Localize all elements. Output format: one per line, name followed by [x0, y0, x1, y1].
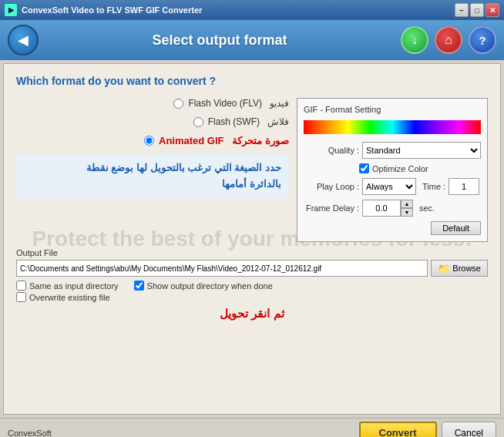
default-btn-row: Default [304, 221, 481, 235]
quality-select[interactable]: Standard High Low [362, 142, 481, 159]
same-dir-label: Same as input directory [29, 281, 119, 291]
back-button[interactable]: ◀ [8, 25, 39, 55]
two-column-layout: فيديو Flash Video (FLV) فلاش Flash (SWF)… [16, 98, 488, 242]
header-title: Select output format [39, 32, 401, 49]
show-dir-checkbox[interactable] [134, 281, 144, 291]
radio-item-flv: فيديو Flash Video (FLV) [16, 98, 289, 109]
same-dir-item: Same as input directory [16, 281, 119, 291]
quality-label: Quality : [304, 146, 359, 155]
same-dir-checkbox[interactable] [16, 281, 26, 291]
bottom-bar: ConvexSoft Convert Cancel [0, 418, 504, 437]
optimize-color-checkbox[interactable] [359, 163, 369, 173]
convert-button[interactable]: Convert [359, 422, 437, 437]
checkboxes-row: Same as input directory Show output dire… [16, 281, 488, 291]
output-label: Output File [16, 248, 488, 257]
instruction-line2: بالدائرة أمامها [24, 176, 281, 193]
instruction-box: حدد الصيغة التي ترغب بالتحويل لها بوضع ن… [16, 154, 289, 199]
output-path-input[interactable] [16, 260, 428, 277]
title-bar: ▶ ConvexSoft Video to FLV SWF GIF Conver… [0, 0, 504, 20]
optimize-color-row: Optimize Color [359, 163, 481, 173]
output-section: Output File 📁 Browse Same as input direc… [16, 248, 488, 321]
brand-label: ConvexSoft [8, 429, 359, 438]
flv-radio[interactable] [173, 99, 183, 109]
flv-label: فيديو Flash Video (FLV) [188, 98, 289, 109]
cancel-button[interactable]: Cancel [442, 422, 496, 437]
action-buttons: Convert Cancel [359, 422, 496, 437]
frame-delay-row: Frame Delay : ▲ ▼ sec. [304, 200, 481, 217]
optimize-color-label: Optimize Color [372, 164, 428, 173]
default-button[interactable]: Default [431, 221, 481, 235]
color-sample-bar [304, 120, 481, 134]
output-row: 📁 Browse [16, 260, 488, 277]
frame-delay-label: Frame Delay : [304, 203, 359, 213]
swf-radio[interactable] [193, 117, 203, 127]
time-label: Time : [422, 182, 445, 191]
radio-item-gif: صورة متحركة Animated GIF [16, 135, 289, 146]
header-icons: ↓ ⌂ ? [401, 26, 496, 54]
play-loop-select[interactable]: Always Once Never [362, 178, 416, 195]
main-content: Protect the best of your memories for le… [3, 63, 501, 415]
instruction-line1: حدد الصيغة التي ترغب بالتحويل لها بوضع ن… [24, 160, 281, 176]
frame-delay-input-wrap: ▲ ▼ [362, 200, 413, 217]
header-bar: ◀ Select output format ↓ ⌂ ? [0, 20, 504, 60]
frame-delay-up[interactable]: ▲ [401, 200, 413, 208]
folder-icon: 📁 [438, 263, 450, 274]
frame-delay-input[interactable] [362, 200, 401, 217]
gif-radio[interactable] [144, 136, 154, 146]
close-button[interactable]: ✕ [486, 3, 499, 17]
gif-format-panel: GIF - Format Setting Quality : Standard … [297, 98, 488, 242]
browse-button[interactable]: 📁 Browse [431, 260, 488, 277]
time-input[interactable] [449, 178, 479, 195]
show-dir-label: Show output directory when done [147, 281, 273, 291]
quality-row: Quality : Standard High Low [304, 142, 481, 159]
question-label: Which format do you want to convert ? [16, 75, 488, 87]
maximize-button[interactable]: □ [470, 3, 484, 17]
home-button[interactable]: ⌂ [435, 26, 462, 54]
arabic-prompt: ثم انقر تحويل [16, 307, 488, 321]
panel-title: GIF - Format Setting [304, 105, 481, 114]
window-controls: − □ ✕ [455, 3, 499, 17]
swf-label: فلاش Flash (SWF) [208, 116, 289, 127]
format-radio-group: فيديو Flash Video (FLV) فلاش Flash (SWF)… [16, 98, 289, 146]
overwrite-item: Overwrite existing file [16, 292, 488, 302]
app-title: ConvexSoft Video to FLV SWF GIF Converte… [22, 5, 455, 15]
help-button[interactable]: ? [469, 26, 496, 54]
gif-label: صورة متحركة Animated GIF [159, 135, 289, 146]
show-dir-item: Show output directory when done [134, 281, 273, 291]
app-icon: ▶ [5, 4, 17, 16]
radio-item-swf: فلاش Flash (SWF) [16, 116, 289, 127]
play-loop-row: Play Loop : Always Once Never Time : [304, 178, 481, 195]
sec-label: sec. [419, 203, 435, 213]
overwrite-label: Overwrite existing file [29, 293, 110, 302]
left-column: فيديو Flash Video (FLV) فلاش Flash (SWF)… [16, 98, 289, 242]
overwrite-checkbox[interactable] [16, 292, 26, 302]
download-button[interactable]: ↓ [401, 26, 428, 54]
play-loop-label: Play Loop : [304, 182, 359, 191]
frame-delay-down[interactable]: ▼ [401, 208, 413, 217]
minimize-button[interactable]: − [455, 3, 469, 17]
